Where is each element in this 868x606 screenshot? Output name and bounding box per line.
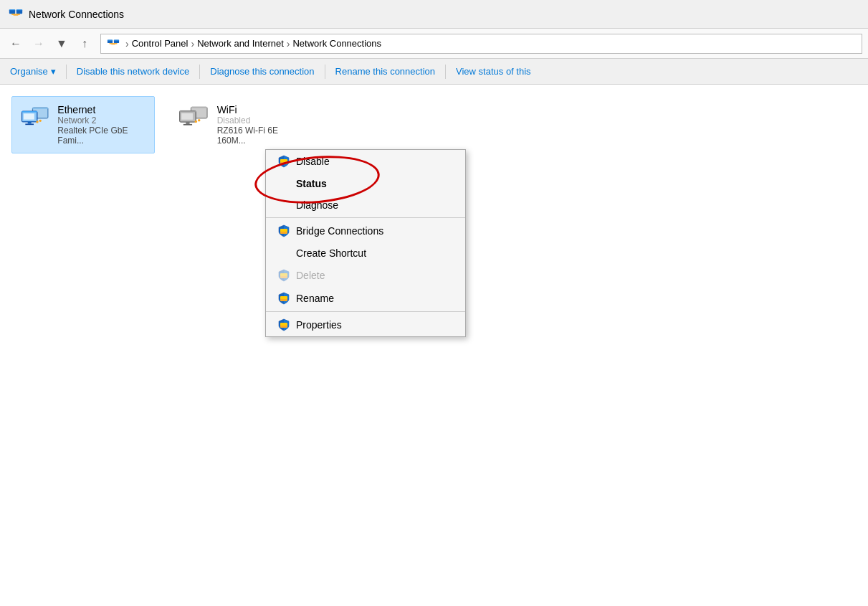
- svg-rect-41: [280, 296, 287, 299]
- svg-rect-30: [186, 122, 189, 124]
- svg-rect-5: [14, 14, 19, 15]
- address-sep1: ›: [125, 38, 129, 49]
- forward-button[interactable]: →: [29, 34, 49, 54]
- svg-point-21: [36, 120, 38, 123]
- shield-icon-delete: [277, 269, 290, 282]
- svg-rect-19: [28, 122, 32, 124]
- svg-rect-10: [110, 43, 118, 44]
- svg-point-22: [39, 120, 42, 122]
- ethernet-info: Ethernet Network 2 Realtek PCIe GbE Fami…: [57, 104, 147, 146]
- wifi-icon: [177, 104, 210, 133]
- ctx-status-label: Status: [296, 178, 327, 189]
- wifi-status: Disabled: [217, 115, 305, 126]
- address-sep3: ›: [287, 38, 290, 49]
- shield-icon-bridge: [277, 224, 290, 237]
- toolbar: Organise ▾ Disable this network device D…: [0, 59, 868, 85]
- svg-rect-9: [114, 39, 119, 40]
- shield-icon-properties: [277, 318, 290, 331]
- svg-rect-2: [16, 9, 22, 14]
- diagnose-connection-button[interactable]: Diagnose this connection: [203, 62, 321, 82]
- svg-rect-43: [280, 323, 287, 326]
- address-bar: ← → ▼ ↑ › Control Panel › Network and In…: [0, 29, 868, 59]
- title-bar-title: Network Connections: [29, 9, 124, 20]
- organise-button[interactable]: Organise ▾: [3, 62, 63, 82]
- address-control-panel: Control Panel: [132, 38, 189, 49]
- address-network-internet: Network and Internet: [197, 38, 284, 49]
- svg-rect-0: [9, 9, 15, 14]
- ethernet-item-inner: Ethernet Network 2 Realtek PCIe GbE Fami…: [19, 104, 147, 146]
- ethernet-name: Ethernet: [57, 104, 147, 115]
- toolbar-separator-3: [325, 65, 325, 79]
- context-menu: Disable Status Diagnose Bridge Connectio…: [265, 149, 466, 337]
- wifi-info: WiFi Disabled RZ616 Wi-Fi 6E 160M...: [217, 104, 305, 146]
- svg-rect-1: [9, 9, 15, 10]
- disable-network-button[interactable]: Disable this network device: [70, 62, 197, 82]
- address-sep2: ›: [191, 38, 194, 49]
- ctx-bridge-item[interactable]: Bridge Connections: [266, 219, 465, 242]
- shield-icon-rename: [277, 292, 290, 305]
- ctx-disable-label: Disable: [296, 156, 330, 167]
- content-area: Ethernet Network 2 Realtek PCIe GbE Fami…: [0, 85, 868, 606]
- ethernet-item[interactable]: Ethernet Network 2 Realtek PCIe GbE Fami…: [11, 96, 155, 153]
- ctx-rename-item[interactable]: Rename: [266, 287, 465, 310]
- ctx-separator-1: [266, 217, 465, 218]
- toolbar-separator-2: [199, 65, 200, 79]
- wifi-item-inner: WiFi Disabled RZ616 Wi-Fi 6E 160M...: [177, 104, 305, 146]
- address-icon: [107, 37, 120, 50]
- svg-rect-4: [11, 14, 20, 15]
- ctx-shortcut-item[interactable]: Create Shortcut: [266, 242, 465, 264]
- svg-rect-20: [25, 124, 34, 126]
- svg-rect-29: [181, 113, 193, 120]
- svg-rect-37: [280, 229, 287, 232]
- svg-rect-35: [280, 159, 287, 162]
- ctx-shortcut-label: Create Shortcut: [296, 247, 366, 259]
- rename-connection-button[interactable]: Rename this connection: [328, 62, 442, 82]
- title-bar: Network Connections: [0, 0, 868, 29]
- ctx-bridge-label: Bridge Connections: [296, 225, 383, 237]
- ctx-delete-label: Delete: [296, 270, 325, 281]
- ethernet-status: Network 2: [57, 115, 147, 126]
- toolbar-separator-4: [445, 65, 446, 79]
- svg-rect-28: [180, 110, 196, 112]
- wifi-name: WiFi: [217, 104, 305, 115]
- ctx-disable-item[interactable]: Disable: [266, 150, 465, 173]
- ethernet-icon: [19, 104, 50, 133]
- svg-rect-14: [32, 108, 48, 109]
- svg-point-32: [195, 120, 198, 123]
- ctx-diagnose-label: Diagnose: [296, 199, 338, 211]
- ctx-separator-2: [266, 311, 465, 312]
- up-button[interactable]: ↑: [75, 34, 95, 54]
- svg-rect-11: [111, 44, 115, 44]
- ctx-properties-label: Properties: [296, 319, 342, 331]
- network-items: Ethernet Network 2 Realtek PCIe GbE Fami…: [11, 96, 857, 153]
- ethernet-adapter: Realtek PCIe GbE Fami...: [57, 126, 147, 146]
- svg-rect-39: [280, 273, 287, 276]
- svg-rect-25: [191, 107, 207, 108]
- wifi-adapter: RZ616 Wi-Fi 6E 160M...: [217, 126, 305, 146]
- shield-icon-disable: [277, 155, 290, 168]
- toolbar-separator-1: [66, 65, 67, 79]
- svg-rect-17: [22, 111, 37, 113]
- ctx-diagnose-item[interactable]: Diagnose: [266, 194, 465, 216]
- svg-rect-18: [24, 113, 34, 119]
- svg-rect-7: [108, 39, 113, 40]
- ctx-properties-item[interactable]: Properties: [266, 313, 465, 336]
- address-network-connections: Network Connections: [292, 38, 381, 49]
- view-status-button[interactable]: View status of this: [449, 62, 538, 82]
- ctx-delete-item: Delete: [266, 264, 465, 287]
- title-bar-icon: [9, 7, 23, 22]
- recent-button[interactable]: ▼: [52, 34, 72, 54]
- svg-rect-31: [183, 124, 192, 126]
- ctx-rename-label: Rename: [296, 293, 334, 304]
- back-button[interactable]: ←: [6, 34, 26, 54]
- wifi-item[interactable]: WiFi Disabled RZ616 Wi-Fi 6E 160M...: [169, 96, 313, 153]
- ctx-status-item[interactable]: Status: [266, 173, 465, 194]
- svg-rect-3: [16, 9, 22, 10]
- svg-point-33: [198, 119, 201, 122]
- address-path: › Control Panel › Network and Internet ›…: [100, 34, 862, 54]
